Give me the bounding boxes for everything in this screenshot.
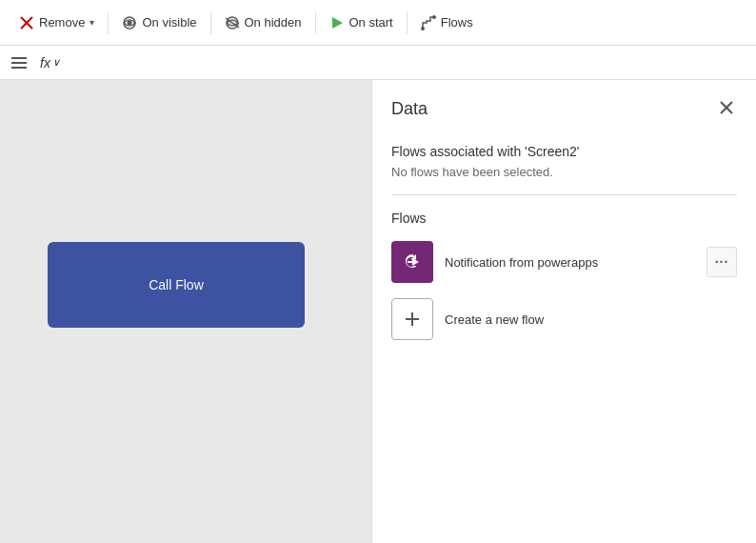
formula-bar: fx ∨ (0, 46, 756, 80)
flows-label: Flows (441, 15, 473, 30)
formula-input[interactable] (70, 55, 748, 70)
hamburger-menu-button[interactable] (8, 53, 30, 72)
create-flow-item[interactable]: Create a new flow (391, 298, 737, 340)
onvisible-label: On visible (142, 15, 196, 30)
onvisible-icon (122, 15, 137, 30)
remove-label: Remove (39, 15, 85, 30)
flow-more-button[interactable]: ··· (706, 247, 737, 277)
data-panel-header: Data (372, 80, 756, 132)
onstart-button[interactable]: On start (318, 10, 405, 36)
fx-button[interactable]: fx ∨ (36, 53, 64, 72)
flows-associated-title: Flows associated with 'Screen2' (391, 144, 737, 159)
onhidden-icon (225, 15, 240, 30)
onstart-label: On start (349, 15, 393, 30)
flows-section: Flows Notification from powerapps ··· (372, 195, 756, 355)
call-flow-button[interactable]: Call Flow (48, 242, 305, 328)
fx-label: fx (40, 55, 50, 70)
canvas-area: Call Flow (0, 80, 371, 543)
remove-chevron-icon: ▾ (90, 17, 94, 28)
flows-associated-subtitle: No flows have been selected. (391, 165, 737, 179)
remove-button[interactable]: Remove ▾ (8, 10, 106, 36)
flows-icon (421, 15, 436, 30)
divider-4 (407, 11, 408, 34)
main-area: Call Flow Data Flows associated with 'Sc… (0, 80, 756, 543)
flows-button[interactable]: Flows (409, 10, 485, 36)
svg-point-9 (421, 27, 425, 30)
onhidden-button[interactable]: On hidden (213, 10, 313, 36)
divider-2 (210, 11, 211, 34)
flow-icon (391, 241, 433, 283)
svg-point-3 (128, 20, 132, 25)
svg-point-8 (432, 15, 436, 19)
call-flow-label: Call Flow (149, 277, 204, 292)
flow-name: Notification from powerapps (445, 255, 695, 270)
flow-item: Notification from powerapps ··· (391, 241, 737, 283)
divider-3 (315, 11, 316, 34)
toolbar: Remove ▾ On visible On hidden (0, 0, 756, 46)
flow-more-dots: ··· (715, 254, 729, 270)
flows-associated-section: Flows associated with 'Screen2' No flows… (372, 132, 756, 194)
create-flow-icon (391, 298, 433, 340)
fx-chevron-icon: ∨ (52, 56, 60, 69)
onstart-icon (329, 15, 345, 30)
remove-icon (19, 15, 34, 30)
onhidden-label: On hidden (245, 15, 302, 30)
close-button[interactable] (716, 97, 737, 121)
data-panel-title: Data (391, 99, 428, 119)
onvisible-button[interactable]: On visible (110, 10, 208, 36)
svg-marker-7 (332, 17, 343, 29)
data-panel: Data Flows associated with 'Screen2' No … (371, 80, 756, 543)
divider-1 (108, 11, 109, 34)
create-flow-label: Create a new flow (445, 312, 544, 327)
flows-section-title: Flows (391, 211, 737, 226)
